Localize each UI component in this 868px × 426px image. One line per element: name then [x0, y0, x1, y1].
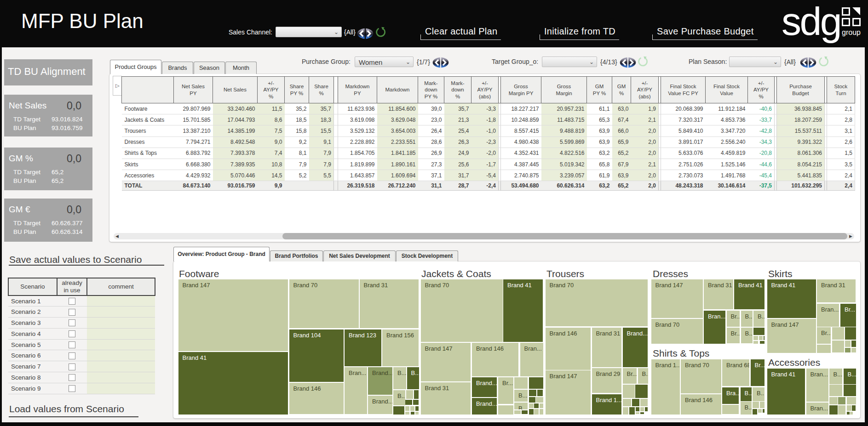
svg-text:group: group: [842, 28, 861, 36]
svg-text:sdg: sdg: [782, 0, 840, 43]
